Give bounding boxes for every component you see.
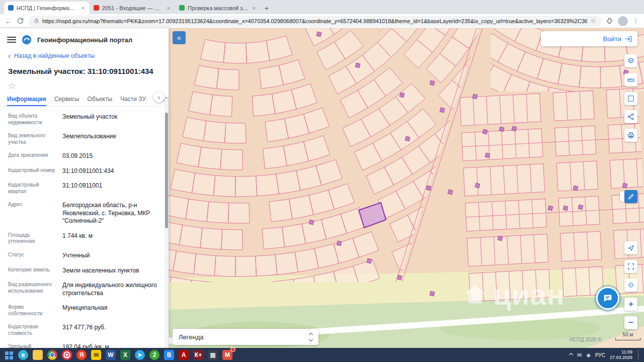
tab-close-icon[interactable]: × — [252, 5, 257, 11]
select-area-button[interactable] — [624, 92, 637, 105]
legend-dropdown[interactable]: Легенда — [173, 329, 318, 345]
legend-expand-icon — [309, 333, 312, 341]
browser-tab[interactable]: НСПД | Геоинформационный по...× — [4, 2, 90, 14]
map-copyright: НСПД 2026 © — [570, 337, 602, 342]
taskbar-excel[interactable]: X — [119, 348, 132, 361]
draw-tool-button[interactable] — [624, 190, 637, 203]
2gis-icon: 2 — [149, 350, 159, 360]
field-value: Муниципальная — [62, 304, 107, 317]
field-value: Земельный участок — [62, 113, 117, 126]
panel-tab-Сервисы[interactable]: Сервисы — [54, 96, 79, 106]
taskbar-clock[interactable]: 11:09 27.03.2026 — [610, 349, 632, 360]
share-button[interactable] — [624, 110, 637, 123]
url-bar[interactable]: https://nspd.gov.ru/map?thematic=PKK&zoo… — [29, 16, 601, 27]
support-chat-button[interactable] — [596, 287, 619, 310]
extensions-icon[interactable] — [606, 17, 613, 25]
field-value: 1 744 кв. м — [62, 232, 93, 245]
taskbar-yandex-mail[interactable]: ✉ — [90, 348, 103, 361]
taskbar-vk[interactable]: В — [163, 348, 176, 361]
tray-network-icon[interactable]: ◈ — [586, 352, 590, 358]
taskbar-start[interactable] — [2, 348, 15, 361]
zoom-in-button[interactable]: + — [624, 298, 637, 311]
taskbar-telegram[interactable]: ➤ — [133, 348, 146, 361]
taskbar-yandex-browser[interactable]: Я — [75, 348, 88, 361]
print-button[interactable] — [624, 129, 637, 142]
yandex-browser-icon: Я — [76, 350, 87, 360]
favorite-star-icon[interactable]: ☆ — [0, 75, 169, 90]
panel-tab-Части ЗУ[interactable]: Части ЗУ — [120, 96, 146, 106]
target-icon — [627, 281, 635, 289]
layers-icon — [627, 57, 635, 65]
toolbar-handle[interactable] — [620, 192, 624, 202]
edge-icon: e — [18, 350, 28, 360]
taskbar-acrobat[interactable]: A — [177, 348, 190, 361]
field-label: Кадастровый номер — [8, 167, 57, 175]
cadastral-map-svg[interactable] — [169, 28, 644, 348]
taskbar-apps-grid[interactable]: ▦ — [206, 348, 219, 361]
cadastral-map-canvas[interactable] — [169, 28, 644, 348]
screen: НСПД | Геоинформационный по...×2051 - Вх… — [0, 0, 644, 362]
zoom-out-button[interactable]: − — [624, 316, 637, 329]
legend-label: Легенда — [179, 333, 203, 341]
menu-burger-icon[interactable] — [7, 37, 16, 43]
bookmark-star-icon[interactable]: ☆ — [590, 17, 596, 25]
back-chevron-icon: ‹ — [8, 52, 11, 59]
measure-button[interactable] — [624, 73, 637, 86]
field-label: Площадь уточненная — [8, 232, 57, 245]
field-label: Вид земельного участка — [8, 133, 57, 145]
locate-button[interactable] — [624, 241, 637, 254]
field-label: Вид разрешенного использования — [8, 282, 57, 297]
browser-menu-icon[interactable]: ⋮ — [632, 17, 639, 25]
browser-tab[interactable]: Проверка массовой заявки — Т...× — [175, 2, 261, 14]
field-value: Учтенный — [62, 252, 90, 260]
field-row: Кадастровый квартал31:10:0911001 — [8, 178, 160, 198]
field-row: Форма собственностиМуниципальная — [8, 301, 160, 320]
reload-icon[interactable] — [17, 17, 24, 25]
select-area-icon — [627, 95, 635, 103]
url-text: https://nspd.gov.ru/map?thematic=PKK&zoo… — [42, 18, 587, 24]
tray-mail-icon[interactable]: ✉ — [577, 352, 582, 358]
field-label: Кадастровый квартал — [8, 182, 57, 195]
field-label: Кадастровая стоимость — [8, 324, 57, 336]
extent-button[interactable] — [624, 260, 637, 273]
taskbar-word[interactable]: W — [104, 348, 117, 361]
tray-expand-icon[interactable] — [569, 353, 573, 357]
map-area[interactable]: циан « Войти + − Легенда 50 м — [169, 28, 644, 348]
taskbar-opera[interactable]: O — [60, 348, 73, 361]
field-label: Категория земель — [8, 267, 57, 275]
back-icon[interactable]: ← — [5, 17, 12, 25]
browser-tab[interactable]: 2051 - Входящие — Яндекс Почта× — [90, 2, 175, 14]
taskbar-2gis[interactable]: 2 — [148, 348, 161, 361]
profile-avatar[interactable] — [618, 16, 628, 26]
portal-title: Геоинформационный портал — [37, 36, 132, 44]
language-indicator[interactable]: РУС — [595, 352, 605, 358]
panel-tab-Информация[interactable]: Информация — [7, 96, 46, 106]
tab-close-icon[interactable]: × — [80, 5, 86, 11]
tabs-scroll-right-button[interactable]: › — [153, 92, 165, 103]
taskbar-explorer[interactable] — [31, 348, 44, 361]
portal-logo-icon — [21, 34, 32, 45]
new-tab-button[interactable]: + — [261, 2, 273, 14]
tab-strip: НСПД | Геоинформационный по...×2051 - Вх… — [4, 2, 261, 14]
fields-list: Вид объекта недвижимостиЗемельный участо… — [0, 107, 169, 348]
explorer-icon — [33, 350, 43, 360]
field-value: 31:10:0911001:434 — [62, 167, 114, 175]
layers-button[interactable] — [624, 54, 637, 67]
collapse-panel-button[interactable]: « — [173, 31, 186, 44]
target-button[interactable] — [624, 279, 637, 292]
taskbar-edge[interactable]: e — [17, 348, 30, 361]
back-to-results-link[interactable]: ‹ Назад в найденные объекты — [0, 50, 169, 61]
acrobat-icon: A — [179, 350, 189, 360]
login-button[interactable]: Войти — [541, 31, 637, 46]
panel-tab-Объекты[interactable]: Объекты — [88, 96, 113, 106]
apps-grid-icon: ▦ — [208, 350, 218, 360]
tab-favicon — [179, 5, 185, 11]
taskbar-consultant[interactable]: К+ — [192, 348, 205, 361]
tab-close-icon[interactable]: × — [166, 5, 171, 11]
show-desktop-button[interactable] — [638, 349, 640, 360]
taskbar-mail-unread[interactable]: М — [221, 348, 234, 361]
login-arrow-icon — [625, 35, 632, 43]
taskbar-chrome[interactable] — [46, 348, 59, 361]
panel-scrollbar-thumb[interactable] — [165, 113, 168, 228]
field-value: 317 477,76 руб. — [62, 324, 106, 336]
